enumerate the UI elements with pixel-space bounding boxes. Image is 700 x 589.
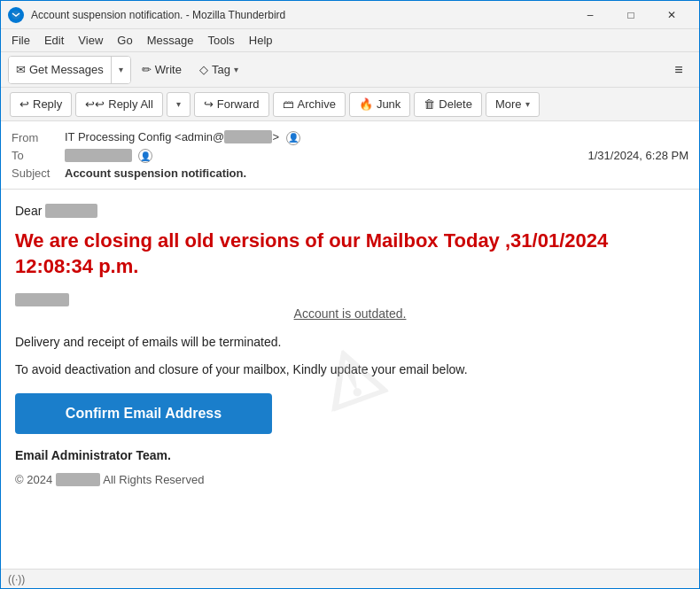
to-address-blurred (65, 149, 132, 162)
menu-help[interactable]: Help (242, 32, 280, 49)
copyright-suffix: All Rights Reserved (103, 473, 204, 486)
archive-button[interactable]: 🗃 Archive (273, 92, 346, 117)
forward-label: Forward (217, 97, 260, 111)
window-title: Account suspension notification. - Mozil… (31, 9, 570, 21)
sender-blurred (15, 293, 69, 306)
email-body: ⚠ Dear We are closing all old versions o… (1, 190, 699, 569)
app-icon (8, 7, 24, 23)
delete-label: Delete (439, 97, 472, 111)
subject-value: Account suspension notification. (65, 167, 688, 180)
email-signature: Email Administrator Team. (15, 448, 685, 462)
write-label: Write (155, 63, 182, 76)
reply-all-button[interactable]: ↩↩ Reply All (75, 92, 163, 117)
reply-icon: ↩ (19, 97, 29, 111)
confirm-email-button[interactable]: Confirm Email Address (15, 393, 272, 434)
from-suffix: > (272, 130, 279, 143)
email-date: 1/31/2024, 6:28 PM (588, 149, 688, 162)
reply-label: Reply (33, 97, 62, 111)
menu-go[interactable]: Go (110, 32, 139, 49)
to-label: To (12, 149, 65, 162)
to-row: To 👤 1/31/2024, 6:28 PM (12, 147, 688, 166)
hamburger-menu-button[interactable]: ≡ (665, 57, 692, 83)
write-button[interactable]: ✏ Write (135, 57, 189, 83)
junk-icon: 🔥 (359, 97, 373, 111)
svg-point-0 (12, 11, 20, 19)
email-header: From IT Processing Config <admin@ > 👤 To… (1, 121, 699, 190)
envelope-icon: ✉ (16, 63, 26, 76)
junk-button[interactable]: 🔥 Junk (349, 92, 410, 117)
menu-edit[interactable]: Edit (37, 32, 71, 49)
more-button[interactable]: More ▾ (486, 92, 540, 117)
more-label: More (495, 97, 522, 111)
email-action-toolbar: ↩ Reply ↩↩ Reply All ▾ ↪ Forward 🗃 Archi… (1, 88, 699, 121)
menu-bar: File Edit View Go Message Tools Help (1, 29, 699, 52)
reply-button[interactable]: ↩ Reply (10, 92, 72, 117)
minimize-button[interactable]: – (570, 1, 611, 29)
menu-file[interactable]: File (4, 32, 37, 49)
dear-prefix: Dear (15, 204, 42, 218)
chevron-down-icon: ▾ (176, 99, 181, 109)
email-headline: We are closing all old versions of our M… (15, 229, 685, 279)
get-messages-label: Get Messages (29, 63, 104, 76)
chevron-down-icon: ▾ (234, 65, 238, 74)
menu-message[interactable]: Message (140, 32, 201, 49)
junk-label: Junk (377, 97, 401, 111)
from-row: From IT Processing Config <admin@ > 👤 (12, 128, 688, 147)
tag-label: Tag (212, 63, 230, 76)
delete-button[interactable]: 🗑 Delete (414, 92, 482, 117)
email-para1: Delivery and receipt of emails will be t… (15, 333, 685, 352)
copyright-line: © 2024 All Rights Reserved (15, 473, 685, 486)
chevron-down-icon: ▾ (525, 99, 530, 109)
reply-all-label: Reply All (108, 97, 153, 111)
from-label: From (12, 131, 65, 144)
contact-icon: 👤 (286, 131, 300, 145)
forward-icon: ↪ (204, 97, 214, 111)
to-contact-icon: 👤 (138, 149, 152, 163)
status-bar: ((·)) (1, 569, 699, 588)
email-para2: To avoid deactivation and closure of you… (15, 360, 685, 379)
main-window: Account suspension notification. - Mozil… (0, 0, 700, 589)
forward-button[interactable]: ↪ Forward (194, 92, 269, 117)
get-messages-button[interactable]: ✉ Get Messages (9, 57, 112, 83)
menu-view[interactable]: View (71, 32, 110, 49)
from-name: IT Processing Config <admin@ (65, 130, 224, 143)
from-value: IT Processing Config <admin@ > 👤 (65, 130, 688, 145)
archive-label: Archive (298, 97, 336, 111)
dear-name-blurred (45, 204, 97, 218)
pencil-icon: ✏ (142, 63, 152, 76)
tag-button[interactable]: ◇ Tag ▾ (192, 57, 245, 83)
tag-icon: ◇ (199, 63, 208, 76)
get-messages-dropdown[interactable]: ▾ (112, 57, 130, 83)
wifi-icon: ((·)) (8, 573, 25, 585)
from-address-blurred (224, 130, 272, 143)
chevron-down-icon: ▾ (119, 65, 123, 74)
close-button[interactable]: ✕ (651, 1, 692, 29)
menu-tools[interactable]: Tools (200, 32, 241, 49)
subject-row: Subject Account suspension notification. (12, 165, 688, 182)
copyright-name-blurred (56, 473, 101, 486)
title-bar: Account suspension notification. - Mozil… (1, 1, 699, 29)
maximize-button[interactable]: □ (611, 1, 651, 29)
outdated-text: Account is outdated. (15, 306, 685, 321)
subject-label: Subject (12, 167, 65, 180)
reply-all-dropdown[interactable]: ▾ (167, 92, 191, 117)
get-messages-group: ✉ Get Messages ▾ (8, 56, 131, 84)
main-toolbar: ✉ Get Messages ▾ ✏ Write ◇ Tag ▾ ≡ (1, 52, 699, 88)
to-value: 👤 (65, 149, 588, 164)
archive-icon: 🗃 (283, 97, 294, 111)
delete-icon: 🗑 (424, 97, 435, 111)
window-controls: – □ ✕ (570, 1, 692, 29)
copyright-year: © 2024 (15, 473, 52, 486)
reply-all-icon: ↩↩ (85, 97, 105, 111)
email-salutation: Dear (15, 204, 685, 218)
